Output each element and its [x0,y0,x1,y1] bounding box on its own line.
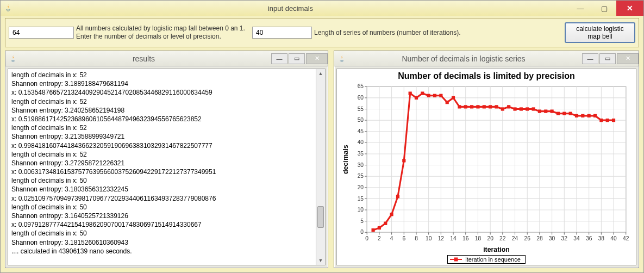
maximize-button[interactable]: ▢ [592,1,616,16]
svg-rect-150 [612,119,615,122]
svg-text:42: 42 [623,235,629,241]
svg-text:decimals: decimals [342,145,349,174]
svg-text:40: 40 [358,139,364,145]
java-icon [337,54,346,63]
svg-rect-142 [562,112,566,115]
svg-rect-121 [433,94,436,97]
decimals-label: All numbers calculated by logistic map f… [76,24,250,41]
svg-text:2: 2 [378,235,381,241]
svg-rect-116 [402,159,405,162]
results-minimize-button[interactable]: — [271,53,287,64]
svg-text:25: 25 [358,173,364,179]
results-text-content: length of decimals in x: 52 Shannon entr… [8,69,325,265]
svg-text:50: 50 [358,117,364,123]
results-scrollbar[interactable]: ▲ ▼ [316,69,325,265]
chart-maximize-button[interactable]: ▭ [599,53,616,64]
svg-text:0: 0 [365,235,368,241]
scroll-down-icon[interactable]: ▼ [316,256,325,265]
svg-rect-136 [526,107,529,110]
svg-rect-145 [581,114,584,117]
results-textarea[interactable]: length of decimals in x: 52 Shannon entr… [8,69,326,265]
minimize-button[interactable]: — [568,1,592,16]
svg-rect-118 [415,96,418,100]
decimals-input[interactable] [9,27,74,39]
svg-text:16: 16 [462,235,469,241]
svg-text:36: 36 [586,235,592,241]
mdi-area: results — ▭ ✕ length of decimals in x: 5… [1,51,643,272]
java-icon [9,54,17,63]
main-titlebar: input decimals — ▢ ✕ [1,1,643,16]
svg-rect-132 [501,107,504,110]
results-maximize-button[interactable]: ▭ [289,53,305,64]
svg-text:0: 0 [360,229,364,235]
iterations-input[interactable] [252,27,312,39]
svg-text:40: 40 [610,235,617,241]
svg-rect-112 [378,226,381,229]
svg-rect-120 [427,94,430,97]
svg-text:30: 30 [358,162,364,168]
input-panel: All numbers calculated by logistic map f… [5,18,639,47]
chart-minimize-button[interactable]: — [582,53,598,64]
svg-text:28: 28 [536,235,543,241]
svg-text:iteration: iteration [483,246,510,253]
svg-text:15: 15 [358,195,364,201]
svg-rect-140 [551,109,554,113]
svg-rect-149 [606,119,609,122]
iterations-label: Length of series of numbers (number of i… [314,29,460,37]
svg-text:35: 35 [358,151,364,157]
svg-text:6: 6 [402,235,405,241]
svg-text:10: 10 [426,235,432,241]
scroll-up-icon[interactable]: ▲ [316,69,325,78]
svg-rect-134 [513,107,516,110]
svg-rect-122 [439,94,442,97]
svg-rect-137 [532,107,535,110]
legend-label: iteration in sequence [465,256,521,263]
svg-rect-125 [458,105,461,108]
svg-rect-119 [421,92,424,95]
svg-text:55: 55 [358,106,364,112]
svg-rect-113 [384,222,387,225]
svg-rect-135 [520,107,523,110]
results-title: results [17,54,270,63]
svg-rect-126 [464,105,467,108]
svg-text:38: 38 [598,235,605,241]
svg-text:8: 8 [415,235,418,241]
svg-text:4: 4 [390,235,393,241]
svg-rect-127 [470,105,473,108]
svg-rect-141 [557,112,560,115]
chart-frame: Number of decimals in logistic series — … [334,51,639,268]
svg-rect-117 [409,92,412,95]
results-close-button[interactable]: ✕ [306,53,328,64]
svg-text:26: 26 [524,235,530,241]
close-button[interactable]: ✕ [616,1,643,16]
results-titlebar: results — ▭ ✕ [5,51,328,66]
svg-rect-123 [446,101,449,104]
svg-text:20: 20 [487,235,493,241]
main-window: input decimals — ▢ ✕ All numbers calcula… [0,0,644,273]
svg-rect-111 [372,228,375,232]
svg-rect-146 [587,114,591,117]
chart-panel: Number of decimals is limited by precisi… [336,69,636,265]
chart-title: Number of decimals is limited by precisi… [398,71,574,81]
scroll-thumb[interactable] [317,206,324,228]
svg-rect-144 [575,114,578,117]
svg-text:20: 20 [358,184,364,190]
calculate-button[interactable]: calculate logistic map bell [565,22,635,43]
svg-rect-129 [483,105,486,108]
svg-text:32: 32 [561,235,568,241]
chart-close-button[interactable]: ✕ [617,53,639,64]
svg-text:60: 60 [358,95,364,101]
svg-text:34: 34 [573,235,580,241]
svg-rect-143 [569,112,572,115]
svg-rect-114 [390,213,393,216]
svg-rect-130 [489,105,492,108]
legend-marker-icon [450,259,462,260]
svg-rect-124 [452,96,455,100]
chart-frame-title: Number of decimals in logistic series [346,54,581,63]
svg-text:12: 12 [438,235,445,241]
svg-text:45: 45 [358,128,364,134]
chart-titlebar: Number of decimals in logistic series — … [334,51,639,66]
svg-text:24: 24 [512,235,518,241]
svg-rect-138 [538,109,541,113]
svg-rect-147 [593,114,597,117]
